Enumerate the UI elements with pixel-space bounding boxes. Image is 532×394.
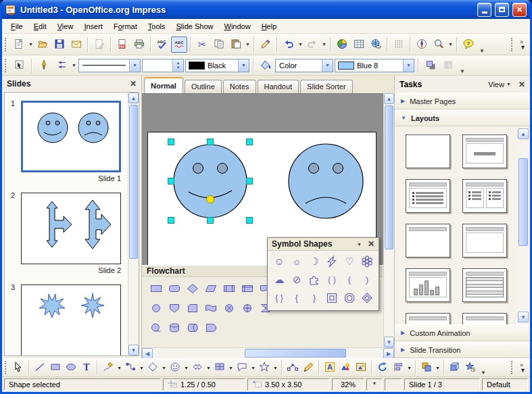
line-style-dropdown[interactable]: ▼ — [129, 59, 140, 72]
toolbar-options-arrow[interactable]: ▼ — [458, 68, 467, 74]
block-arrows-button[interactable] — [190, 360, 205, 375]
tasks-view-menu[interactable]: View — [488, 80, 504, 89]
layout-title-chart-7[interactable] — [406, 268, 450, 302]
spellcheck-button[interactable]: ABC — [154, 36, 170, 53]
close-button[interactable]: ✕ — [512, 3, 527, 17]
tasks-panel-close-icon[interactable]: ✕ — [518, 80, 525, 89]
layouts-scrollbar[interactable]: ▲ ▼ — [518, 128, 529, 322]
layout-title-only-5[interactable] — [406, 224, 450, 257]
undo-button[interactable] — [281, 36, 297, 53]
slides-panel-close-icon[interactable]: ✕ — [130, 79, 137, 89]
print-button[interactable] — [131, 36, 147, 53]
flowchart-shape-sequential-access-icon[interactable] — [147, 320, 165, 336]
menu-edit[interactable]: Edit — [28, 20, 52, 32]
line-color-dropdown[interactable]: ▼ — [238, 59, 249, 72]
scroll-right-icon[interactable]: ▶ — [383, 348, 394, 359]
animation-effects-button[interactable] — [463, 360, 478, 375]
toolbar-grip[interactable] — [511, 361, 514, 374]
line-color-select[interactable]: Black ▼ — [185, 59, 249, 72]
section-custom-animation[interactable]: ▶ Custom Animation — [395, 324, 530, 341]
paste-button[interactable] — [228, 36, 244, 53]
scroll-thumb[interactable] — [385, 105, 393, 249]
redo-dropdown[interactable]: ▼ — [321, 36, 327, 53]
flowchart-button[interactable] — [212, 360, 227, 375]
flowchart-shape-punched-tape-icon[interactable] — [202, 300, 220, 316]
flowchart-shape-delay-icon[interactable] — [202, 320, 220, 336]
connector-button[interactable] — [123, 360, 138, 375]
symbol-shape-right-brace-icon[interactable]: } — [306, 290, 323, 306]
line-width-input[interactable]: ▲▼ — [142, 59, 184, 72]
tab-normal[interactable]: Normal — [144, 77, 183, 93]
layout-title-table-8[interactable] — [462, 268, 507, 302]
symbol-shape-right-bracket-icon[interactable]: ) — [358, 272, 376, 288]
gallery-button[interactable] — [354, 360, 368, 375]
menu-insert[interactable]: Insert — [78, 20, 108, 32]
canvas-vertical-scrollbar[interactable]: ▲ ▼ — [383, 93, 394, 347]
arrange-dropdown[interactable]: ▼ — [435, 360, 441, 376]
layout-title-subtitle-2[interactable] — [462, 134, 507, 168]
symbol-shape-left-bracket-icon[interactable]: ( — [341, 272, 358, 288]
title-bar[interactable]: Untitled3 - OpenOffice.org Impress ✕ — [2, 0, 530, 19]
menu-window[interactable]: Window — [219, 20, 256, 32]
slides-scrollbar[interactable]: ▲ ▼ — [128, 93, 139, 355]
symbol-shapes-button[interactable] — [168, 360, 183, 375]
arrow-style-button[interactable] — [53, 57, 70, 74]
pen-button[interactable] — [36, 57, 52, 74]
tab-slide-sorter[interactable]: Slide Sorter — [300, 80, 352, 93]
menu-help[interactable]: Help — [256, 20, 283, 32]
copy-button[interactable] — [211, 36, 227, 53]
scroll-up-icon[interactable]: ▲ — [518, 128, 529, 139]
basic-shapes-dropdown[interactable]: ▼ — [161, 360, 167, 376]
scroll-thumb[interactable] — [129, 105, 138, 259]
scroll-down-icon[interactable]: ▼ — [128, 345, 139, 355]
line-style-select[interactable]: ▼ — [78, 59, 141, 72]
toolbar-grip[interactable] — [511, 38, 514, 51]
menu-file[interactable]: File — [5, 20, 28, 32]
arrow-style-dropdown[interactable]: ▼ — [71, 57, 77, 74]
open-button[interactable] — [34, 36, 51, 53]
symbol-shape-sun-icon[interactable]: ☼ — [288, 253, 306, 270]
flowchart-shape-decision-icon[interactable] — [184, 280, 201, 297]
rotate-button[interactable] — [375, 360, 390, 375]
new-document-button[interactable] — [11, 36, 27, 53]
alignment-dropdown[interactable]: ▼ — [406, 360, 412, 376]
symbol-shape-bracket-pair-icon[interactable]: ( ) — [323, 272, 341, 288]
layout-title-content-3[interactable] — [406, 179, 450, 213]
symbol-shape-diamond-bevel-icon[interactable] — [358, 290, 376, 306]
glue-points-button[interactable] — [301, 360, 316, 375]
slide-thumbnail-block-arrows[interactable] — [21, 193, 121, 264]
toolbar-overflow[interactable]: »▼ — [517, 39, 529, 50]
select-button[interactable] — [11, 360, 26, 375]
minimize-button[interactable] — [477, 3, 491, 17]
toolbar-options-arrow[interactable]: ▼ — [479, 370, 488, 376]
line-width-spinner[interactable]: ▲▼ — [172, 59, 183, 72]
symbol-shape-left-brace-icon[interactable]: { — [288, 290, 306, 306]
toolbar-overflow[interactable]: »▼ — [517, 362, 529, 373]
block-arrows-dropdown[interactable]: ▼ — [205, 360, 212, 376]
format-paintbrush-button[interactable] — [258, 36, 274, 53]
toolbar-grip[interactable] — [5, 38, 7, 51]
scroll-thumb[interactable] — [245, 349, 346, 358]
symbol-shape-prohibited-icon[interactable]: ⊘ — [288, 272, 306, 288]
symbol-shapes-dropdown[interactable]: ▼ — [183, 360, 189, 376]
status-zoom[interactable]: 32% — [332, 378, 364, 391]
points-button[interactable] — [285, 360, 300, 375]
flowchart-shape-internal-storage-icon[interactable] — [239, 280, 256, 297]
maximize-button[interactable] — [495, 3, 509, 17]
hyperlink-button[interactable] — [368, 36, 384, 53]
tab-outline[interactable]: Outline — [185, 80, 222, 93]
flowchart-shape-or-icon[interactable] — [239, 300, 256, 316]
slide-item-1[interactable]: 1Slide 1 — [21, 101, 122, 184]
status-style[interactable]: Default — [482, 378, 528, 391]
menu-format[interactable]: Format — [108, 20, 143, 32]
menu-tools[interactable]: Tools — [143, 20, 171, 32]
symbol-shape-octagon-bevel-icon[interactable] — [341, 290, 358, 306]
toolbar-grip[interactable] — [5, 59, 7, 72]
new-document-dropdown[interactable]: ▼ — [28, 36, 34, 53]
symbol-shape-flower-icon[interactable] — [358, 253, 376, 270]
fill-color-dropdown[interactable]: ▼ — [403, 59, 414, 72]
toolbar-grip[interactable] — [5, 361, 7, 374]
flowchart-shape-connector-icon[interactable] — [147, 300, 165, 316]
flowchart-shape-summing-junction-icon[interactable] — [220, 300, 238, 316]
slide-item-2[interactable]: 2Slide 2 — [21, 193, 122, 276]
